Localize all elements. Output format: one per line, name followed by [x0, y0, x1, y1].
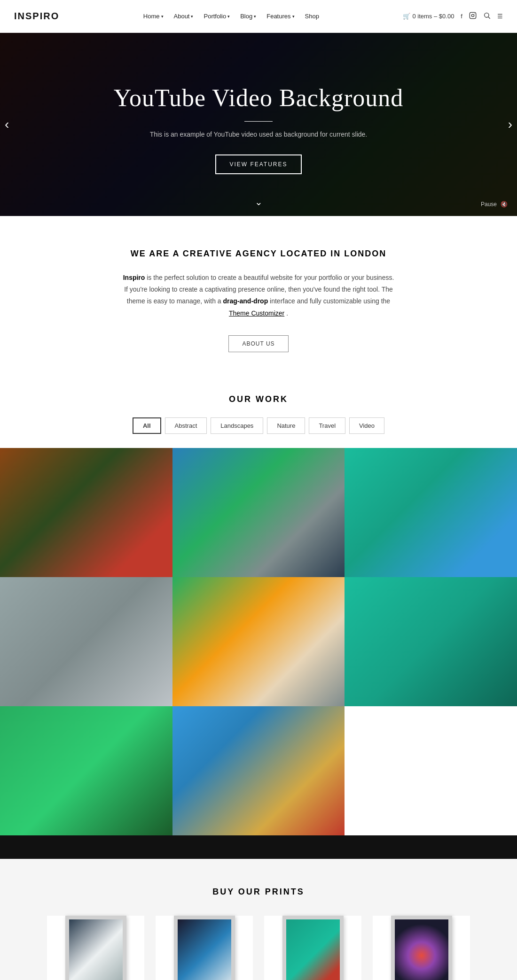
hero-title: YouTube Video Background [114, 84, 404, 112]
portfolio-filters: All Abstract Landscapes Nature Travel Vi… [0, 417, 517, 434]
print-image-4 [395, 919, 448, 980]
chevron-down-icon: ▾ [161, 14, 164, 19]
portfolio-image-8 [172, 706, 345, 835]
print-frame-4 [391, 916, 452, 980]
prints-grid: Angles $29.00 – $48.00 SELECT OPTIONS → … [47, 916, 470, 980]
nav-about[interactable]: About ▾ [170, 11, 197, 22]
main-nav: INSPIRO Home ▾ About ▾ Portfolio ▾ Blog … [0, 0, 517, 33]
portfolio-item[interactable] [0, 577, 172, 706]
prints-section: BUY OUR PRINTS Angles $29.00 – $48.00 SE… [0, 859, 517, 980]
hero-subtitle: This is an example of YouTube video used… [141, 129, 376, 140]
portfolio-image-4 [0, 577, 172, 706]
nav-portfolio[interactable]: Portfolio ▾ [200, 11, 234, 22]
scroll-down-icon: ⌄ [255, 196, 263, 208]
filter-landscapes[interactable]: Landscapes [211, 417, 263, 434]
about-bold-text: drag-and-drop [223, 297, 268, 305]
print-frame-1 [65, 916, 126, 980]
hero-content: ⚙ YouTube Video Background This is an ex… [114, 84, 404, 174]
black-divider-bar [0, 835, 517, 859]
hero-divider [244, 121, 273, 122]
nav-shop[interactable]: Shop [301, 11, 323, 22]
print-card-2: Dive $35.00 – $55.00 SELECT OPTIONS → [156, 916, 253, 980]
filter-nature[interactable]: Nature [267, 417, 305, 434]
cart-button[interactable]: 🛒 0 items – $0.00 [403, 13, 454, 20]
portfolio-image-3 [345, 448, 517, 577]
hero-prev-button[interactable]: ‹ [5, 117, 9, 132]
about-text-2: interface and fully customizable using t… [270, 297, 390, 305]
print-image-2 [178, 919, 231, 980]
portfolio-section: OUR WORK All Abstract Landscapes Nature … [0, 385, 517, 835]
nav-features[interactable]: Features ▾ [263, 11, 298, 22]
print-card-3: Peak $35.00 – $55.00 SELECT OPTIONS → [264, 916, 361, 980]
about-us-button[interactable]: ABOUT US [228, 335, 288, 352]
nav-logo[interactable]: INSPIRO [14, 11, 59, 22]
portfolio-item-empty [345, 706, 517, 835]
print-card-4: Jellyfish Party $30.00 – $49.00 SELECT O… [373, 916, 470, 980]
hero-next-button[interactable]: › [508, 117, 512, 132]
about-section: WE ARE A CREATIVE AGENCY LOCATED IN LOND… [0, 216, 517, 385]
portfolio-item[interactable] [172, 706, 345, 835]
print-image-3 [286, 919, 340, 980]
facebook-icon[interactable]: f [461, 13, 462, 20]
hero-cta-button[interactable]: VIEW FEATURES [215, 154, 301, 174]
portfolio-item[interactable] [0, 706, 172, 835]
filter-video[interactable]: Video [349, 417, 384, 434]
hero-pause-controls: Pause 🔇 [481, 201, 508, 208]
brand-inline: Inspiro [123, 274, 145, 281]
svg-point-3 [485, 13, 489, 17]
svg-line-4 [488, 17, 490, 19]
chevron-down-icon: ▾ [227, 14, 230, 19]
portfolio-image-1 [0, 448, 172, 577]
filter-all[interactable]: All [133, 417, 161, 434]
portfolio-heading: OUR WORK [0, 394, 517, 404]
print-frame-2 [174, 916, 235, 980]
portfolio-image-7 [0, 706, 172, 835]
portfolio-image-2 [172, 448, 345, 577]
cart-icon: 🛒 [403, 13, 410, 20]
nav-links: Home ▾ About ▾ Portfolio ▾ Blog ▾ Featur… [140, 11, 323, 22]
about-text-end: . [286, 309, 288, 317]
svg-rect-0 [470, 12, 476, 18]
about-body: Inspiro is the perfect solution to creat… [122, 272, 395, 319]
menu-icon[interactable]: ☰ [497, 13, 503, 20]
about-heading: WE ARE A CREATIVE AGENCY LOCATED IN LOND… [56, 249, 461, 259]
portfolio-item[interactable] [0, 448, 172, 577]
portfolio-item[interactable] [345, 448, 517, 577]
svg-point-2 [474, 14, 475, 14]
nav-blog[interactable]: Blog ▾ [236, 11, 260, 22]
portfolio-item[interactable] [172, 577, 345, 706]
pause-label[interactable]: Pause [481, 201, 497, 208]
theme-customizer-link[interactable]: Theme Customizer [229, 309, 284, 317]
mute-icon[interactable]: 🔇 [501, 201, 508, 208]
search-icon[interactable] [483, 12, 491, 21]
prints-heading: BUY OUR PRINTS [19, 887, 498, 897]
filter-travel[interactable]: Travel [309, 417, 345, 434]
chevron-down-icon: ▾ [292, 14, 295, 19]
chevron-down-icon: ▾ [191, 14, 193, 19]
portfolio-image-6 [345, 577, 517, 706]
print-frame-3 [282, 916, 344, 980]
portfolio-image-5 [172, 577, 345, 706]
portfolio-grid [0, 448, 517, 835]
chevron-down-icon: ▾ [254, 14, 256, 19]
instagram-icon[interactable] [469, 12, 477, 21]
portfolio-item[interactable] [172, 448, 345, 577]
nav-right: 🛒 0 items – $0.00 f ☰ [403, 12, 503, 21]
filter-abstract[interactable]: Abstract [165, 417, 207, 434]
nav-home[interactable]: Home ▾ [140, 11, 167, 22]
print-card-1: Angles $29.00 – $48.00 SELECT OPTIONS → [47, 916, 144, 980]
print-image-1 [69, 919, 123, 980]
portfolio-item[interactable] [345, 577, 517, 706]
svg-point-1 [471, 14, 474, 16]
hero-section: ‹ ⚙ YouTube Video Background This is an … [0, 33, 517, 216]
